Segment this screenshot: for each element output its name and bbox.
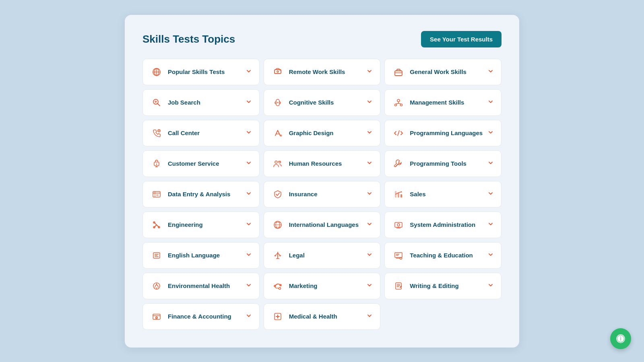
programming-tools-icon: [392, 157, 405, 170]
topic-item-marketing[interactable]: Marketing: [264, 273, 381, 299]
call-center-label: Call Center: [168, 130, 200, 136]
graphic-design-label: Graphic Design: [289, 130, 334, 136]
topic-item-engineering[interactable]: Engineering: [142, 212, 260, 238]
legal-label: Legal: [289, 252, 305, 259]
svg-point-14: [397, 99, 400, 102]
topic-item-system-administration[interactable]: System Administration: [384, 212, 502, 238]
topic-item-environmental-health[interactable]: Environmental Health: [142, 273, 260, 299]
svg-line-24: [398, 131, 399, 136]
system-administration-chevron: [487, 221, 494, 228]
writing-editing-chevron: [487, 282, 494, 290]
svg-rect-71: [396, 283, 401, 289]
popular-skills-tests-chevron: [246, 68, 252, 76]
topic-item-management-skills[interactable]: Management Skills: [384, 89, 502, 116]
medical-health-icon: [271, 310, 284, 323]
svg-rect-48: [395, 222, 402, 227]
programming-languages-icon: [392, 127, 405, 140]
topic-item-cognitive-skills[interactable]: Cognitive Skills: [264, 89, 381, 116]
topic-item-job-search[interactable]: Job Search: [142, 89, 260, 116]
cognitive-skills-chevron: [366, 99, 373, 106]
data-entry-label: Data Entry & Analysis: [168, 191, 230, 197]
topic-item-programming-tools[interactable]: Programming Tools: [384, 150, 502, 177]
svg-point-66: [156, 283, 157, 284]
teaching-education-icon: [392, 249, 405, 262]
general-work-skills-label: General Work Skills: [410, 68, 466, 75]
customer-service-label: Customer Service: [168, 160, 219, 167]
international-languages-icon: [271, 218, 284, 231]
topic-item-data-entry[interactable]: Data Entry & Analysis: [142, 181, 260, 208]
svg-rect-60: [395, 253, 402, 257]
environmental-health-icon: [150, 280, 163, 292]
human-resources-label: Human Resources: [289, 160, 342, 167]
cognitive-skills-label: Cognitive Skills: [289, 99, 334, 106]
topic-item-medical-health[interactable]: Medical & Health: [264, 303, 381, 330]
job-search-chevron: [246, 99, 252, 106]
customer-service-chevron: [246, 160, 252, 167]
sales-label: Sales: [410, 191, 425, 197]
engineering-label: Engineering: [168, 221, 203, 228]
english-language-icon: [150, 249, 163, 262]
svg-point-5: [277, 71, 279, 72]
call-center-icon: [150, 127, 163, 140]
customer-service-icon: [150, 157, 163, 170]
svg-line-10: [158, 103, 160, 106]
page-title: Skills Tests Topics: [142, 33, 235, 45]
remote-work-skills-chevron: [366, 68, 373, 76]
remote-work-skills-icon: [271, 66, 284, 78]
insurance-label: Insurance: [289, 191, 318, 197]
svg-rect-7: [395, 71, 402, 76]
engineering-chevron: [246, 221, 252, 228]
marketing-label: Marketing: [289, 282, 318, 289]
svg-rect-37: [398, 193, 399, 197]
graphic-design-chevron: [366, 129, 373, 137]
svg-line-57: [275, 253, 278, 255]
header: Skills Tests Topics See Your Test Result…: [142, 31, 502, 47]
writing-editing-label: Writing & Editing: [410, 282, 458, 289]
popular-skills-tests-icon: [150, 66, 163, 78]
topic-item-teaching-education[interactable]: Teaching & Education: [384, 242, 502, 269]
job-search-label: Job Search: [168, 99, 200, 106]
topic-item-programming-languages[interactable]: Programming Languages: [384, 120, 502, 146]
topic-item-popular-skills-tests[interactable]: Popular Skills Tests: [142, 59, 260, 85]
svg-line-18: [396, 103, 398, 104]
insurance-icon: [271, 188, 284, 201]
management-skills-icon: [392, 96, 405, 109]
topic-item-human-resources[interactable]: Human Resources: [264, 150, 381, 177]
finance-accounting-label: Finance & Accounting: [168, 313, 231, 320]
svg-line-58: [278, 253, 280, 255]
topic-item-legal[interactable]: Legal: [264, 242, 381, 269]
topic-item-writing-editing[interactable]: Writing & Editing: [384, 273, 502, 299]
system-administration-icon: [392, 218, 405, 231]
topic-item-general-work-skills[interactable]: General Work Skills: [384, 59, 502, 85]
insurance-chevron: [366, 190, 373, 198]
topic-item-remote-work-skills[interactable]: Remote Work Skills: [264, 59, 381, 85]
english-language-label: English Language: [168, 252, 220, 259]
general-work-skills-icon: [392, 66, 405, 78]
fab-button[interactable]: [610, 328, 631, 349]
management-skills-label: Management Skills: [410, 99, 464, 106]
svg-point-23: [280, 134, 282, 136]
see-results-button[interactable]: See Your Test Results: [421, 31, 502, 47]
medical-health-chevron: [366, 313, 373, 320]
topic-item-english-language[interactable]: English Language: [142, 242, 260, 269]
teaching-education-chevron: [487, 251, 494, 259]
environmental-health-chevron: [246, 282, 252, 290]
programming-languages-chevron: [487, 129, 494, 137]
topic-item-graphic-design[interactable]: Graphic Design: [264, 120, 381, 146]
topic-item-sales[interactable]: Sales: [384, 181, 502, 208]
topic-item-finance-accounting[interactable]: Finance & Accounting: [142, 303, 260, 330]
international-languages-chevron: [366, 221, 373, 228]
sales-chevron: [487, 190, 494, 198]
data-entry-chevron: [246, 190, 252, 198]
topic-item-call-center[interactable]: Call Center: [142, 120, 260, 146]
svg-point-51: [397, 224, 400, 226]
topic-item-insurance[interactable]: Insurance: [264, 181, 381, 208]
svg-point-16: [400, 104, 402, 106]
svg-point-6: [279, 69, 281, 70]
finance-accounting-chevron: [246, 313, 252, 320]
data-entry-icon: [150, 188, 163, 201]
topic-item-customer-service[interactable]: Customer Service: [142, 150, 260, 177]
topic-item-international-languages[interactable]: International Languages: [264, 212, 381, 238]
legal-chevron: [366, 251, 373, 259]
svg-point-13: [277, 102, 278, 103]
